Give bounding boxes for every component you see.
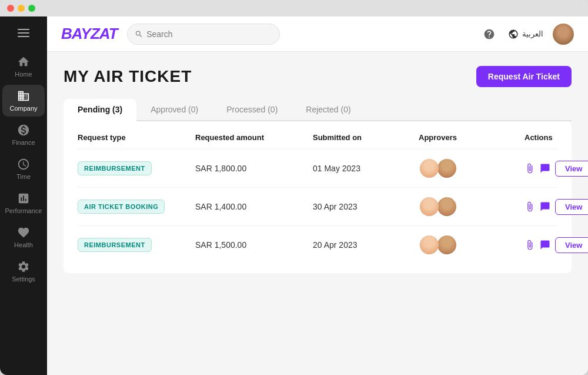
approver-avatar-female	[419, 196, 440, 217]
table-container: Request type Requested amount Submitted …	[64, 121, 572, 273]
comment-icon[interactable]	[540, 160, 550, 177]
approver-avatar-male	[436, 234, 457, 255]
approver-avatar-female	[419, 234, 440, 255]
sidebar-home-label: Home	[15, 71, 32, 78]
request-air-ticket-button[interactable]: Request Air Ticket	[476, 66, 572, 87]
comment-icon[interactable]	[540, 198, 550, 215]
close-dot[interactable]	[7, 5, 14, 12]
logo: BAYZAT	[61, 25, 118, 43]
row3-type-tag: REIMBURSEMENT	[78, 238, 152, 252]
approver-avatar-male	[436, 196, 457, 217]
table-row: REIMBURSEMENT SAR 1,800.00 01 May 2023	[78, 149, 557, 187]
hamburger-icon	[18, 29, 29, 30]
col-actions: Actions	[524, 133, 588, 142]
user-avatar[interactable]	[553, 24, 574, 45]
row3-type-cell: REIMBURSEMENT	[78, 238, 195, 252]
app-header: BAYZAT	[47, 16, 588, 52]
performance-icon	[17, 192, 30, 205]
page-header: MY AIR TICKET Request Air Ticket	[64, 66, 572, 87]
sidebar-item-health[interactable]: Health	[2, 221, 45, 253]
search-input[interactable]	[146, 29, 272, 39]
row1-approvers	[419, 158, 524, 179]
language-label: العربية	[522, 29, 543, 38]
row2-actions: View ⋮	[524, 198, 588, 215]
sidebar-item-performance[interactable]: Performance	[2, 187, 45, 219]
row1-type-cell: REIMBURSEMENT	[78, 161, 195, 175]
row1-view-button[interactable]: View	[555, 161, 588, 177]
sidebar: Home Company Finance Ti	[0, 16, 47, 375]
sidebar-finance-label: Finance	[12, 139, 35, 146]
row2-type-cell: AIR TICKET BOOKING	[78, 200, 195, 214]
sidebar-item-time[interactable]: Time	[2, 153, 45, 185]
table-row: REIMBURSEMENT SAR 1,500.00 20 Apr 2023	[78, 225, 557, 264]
row2-amount: SAR 1,400.00	[195, 202, 313, 211]
header-actions: العربية	[480, 24, 574, 45]
tab-approved[interactable]: Approved (0)	[136, 99, 212, 121]
col-submitted-on: Submitted on	[313, 133, 419, 142]
col-requested-amount: Requested amount	[195, 133, 313, 142]
sidebar-item-finance[interactable]: Finance	[2, 119, 45, 151]
tab-pending[interactable]: Pending (3)	[64, 99, 136, 121]
hamburger-icon	[18, 36, 29, 37]
table-header: Request type Requested amount Submitted …	[78, 121, 557, 149]
language-button[interactable]: العربية	[508, 29, 543, 39]
time-icon	[17, 158, 30, 171]
help-button[interactable]	[480, 25, 499, 44]
tabs-bar: Pending (3) Approved (0) Processed (0) R…	[64, 99, 572, 121]
row1-date: 01 May 2023	[313, 164, 419, 173]
finance-icon	[17, 124, 30, 137]
tab-rejected[interactable]: Rejected (0)	[292, 99, 365, 121]
row3-approvers	[419, 234, 524, 255]
sidebar-item-company[interactable]: Company	[2, 85, 45, 117]
row1-amount: SAR 1,800.00	[195, 164, 313, 173]
page-content: MY AIR TICKET Request Air Ticket Pending…	[47, 52, 588, 375]
row3-actions: View ⋮	[524, 237, 588, 253]
row3-date: 20 Apr 2023	[313, 240, 419, 250]
col-request-type: Request type	[78, 133, 195, 142]
row2-date: 30 Apr 2023	[313, 202, 419, 211]
row2-approvers	[419, 196, 524, 217]
sidebar-settings-label: Settings	[12, 276, 35, 283]
sidebar-time-label: Time	[16, 173, 31, 180]
sidebar-health-label: Health	[14, 241, 33, 248]
search-icon	[135, 29, 143, 39]
sidebar-item-home[interactable]: Home	[2, 51, 45, 82]
company-icon	[17, 89, 30, 102]
help-icon	[483, 28, 495, 40]
row1-actions: View ⋮	[524, 160, 588, 177]
search-bar[interactable]	[127, 24, 280, 45]
attachment-icon[interactable]	[524, 237, 535, 253]
sidebar-item-settings[interactable]: Settings	[2, 255, 45, 287]
row3-view-button[interactable]: View	[555, 237, 588, 253]
globe-icon	[508, 29, 519, 39]
sidebar-company-label: Company	[9, 105, 37, 112]
minimize-dot[interactable]	[18, 5, 25, 12]
health-icon	[17, 226, 30, 239]
main-content: BAYZAT	[47, 16, 588, 375]
approver-avatar-male	[436, 158, 457, 179]
row3-amount: SAR 1,500.00	[195, 240, 313, 250]
col-approvers: Approvers	[419, 133, 524, 142]
page-title: MY AIR TICKET	[64, 67, 192, 86]
sidebar-performance-label: Performance	[5, 207, 42, 214]
row2-type-tag: AIR TICKET BOOKING	[78, 200, 165, 214]
table-row: AIR TICKET BOOKING SAR 1,400.00 30 Apr 2…	[78, 187, 557, 225]
hamburger-icon	[18, 32, 29, 34]
app-window: Home Company Finance Ti	[0, 0, 588, 375]
settings-icon	[17, 260, 30, 273]
maximize-dot[interactable]	[28, 5, 35, 12]
tab-processed[interactable]: Processed (0)	[212, 99, 292, 121]
titlebar	[0, 0, 588, 16]
home-icon	[17, 55, 30, 68]
attachment-icon[interactable]	[524, 198, 535, 215]
row1-type-tag: REIMBURSEMENT	[78, 161, 152, 175]
approver-avatar-female	[419, 158, 440, 179]
hamburger-button[interactable]	[12, 21, 35, 45]
row2-view-button[interactable]: View	[555, 199, 588, 215]
comment-icon[interactable]	[540, 237, 550, 253]
attachment-icon[interactable]	[524, 160, 535, 177]
